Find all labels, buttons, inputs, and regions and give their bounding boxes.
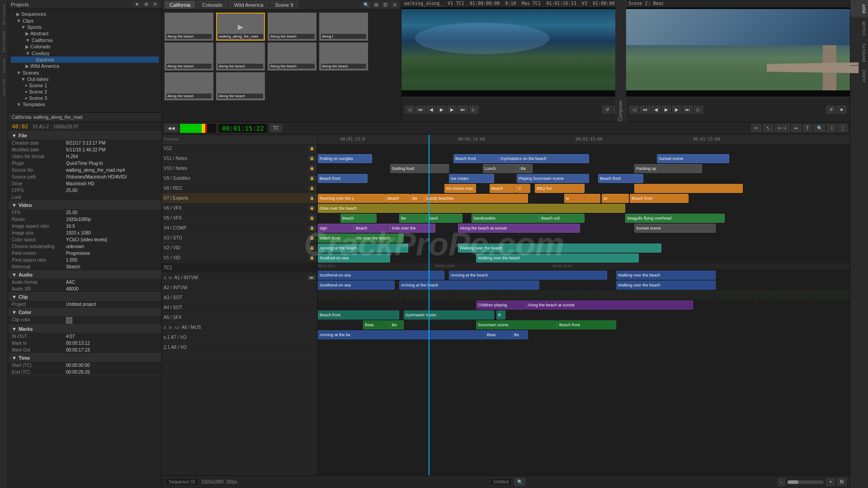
clip-sandcastles[interactable]: Sandcastles	[472, 214, 539, 223]
cowboy-folder[interactable]: ▼Cowboy	[11, 50, 159, 56]
audio-tool-tab[interactable]: Audio Tool	[1, 76, 7, 99]
bin-close-btn[interactable]: ✕	[391, 2, 398, 8]
clip-arriving-a2[interactable]: Arriving at the beach	[399, 281, 539, 290]
clip-sign-v4[interactable]: sign	[318, 224, 354, 233]
clip-bbq-fun[interactable]: BBQ fun	[535, 184, 585, 193]
viewer-rewind-btn[interactable]: ⏮	[415, 106, 425, 113]
bin-search-btn[interactable]: 🔍	[362, 2, 371, 8]
clip-beach-front-v7[interactable]: Beach front	[630, 194, 689, 203]
audio-tab[interactable]: AUDIO	[850, 66, 868, 86]
bin-list-btn[interactable]: ☰	[382, 2, 389, 8]
viewer-mark-in-btn[interactable]: ◁	[405, 106, 414, 113]
viewer-r-mark-out-btn[interactable]: ▷	[694, 106, 703, 113]
clip-beach-front-v9[interactable]: Beach front	[318, 174, 368, 183]
clips-folder[interactable]: ▼Clips	[11, 18, 159, 24]
clip-getting-food[interactable]: Getting food	[390, 164, 449, 173]
viewer-r-ffwd-btn[interactable]: ⏭	[683, 106, 693, 113]
viewer-r-play-btn[interactable]: ▶	[662, 106, 671, 113]
thumb-row2-2[interactable]: Along the beach	[216, 42, 266, 70]
clip-orange-long[interactable]	[634, 184, 743, 193]
bin-container-tab[interactable]: Bin Container	[1, 0, 7, 28]
bottom-zoom-in-btn[interactable]: +	[826, 478, 835, 486]
effects-tab[interactable]: EFFECTS	[850, 39, 868, 66]
bin-tab-colorado[interactable]: Colorado	[197, 1, 227, 9]
tl-select-btn[interactable]: ↖	[763, 124, 773, 132]
untitled-label[interactable]: Untitled	[490, 478, 512, 486]
bin-tab-scene9[interactable]: Scene 9	[270, 1, 298, 9]
clip-glow-over-beach[interactable]: Glow over the beach	[318, 204, 625, 213]
clip-arriving-at-be[interactable]: Arriving at the be	[318, 330, 485, 339]
clip-beach-w[interactable]: w	[564, 194, 600, 203]
thumb-row2-1[interactable]: Along the beach	[165, 42, 214, 70]
v4-lock-btn[interactable]: 🔒	[308, 225, 316, 230]
clip-along-beach-sunset-a4[interactable]: Along the beach at sunset	[526, 300, 693, 310]
panel-menu-btn[interactable]: ▼	[133, 1, 141, 7]
timeline-tracks[interactable]: 00:01:13:0 00:01:14:00 00:01:15:00 00:01…	[318, 135, 850, 475]
thumb-row2-5[interactable]: Along the beach	[165, 72, 214, 100]
file-section-header[interactable]: ▼ File	[8, 131, 161, 140]
scenes-folder[interactable]: ▼Scenes	[11, 70, 159, 76]
v5-lock-btn[interactable]: 🔒	[308, 216, 316, 221]
clip-ice-cream[interactable]: Ice cream	[449, 174, 494, 183]
clip-glo-beach[interactable]: Glo over the beach	[354, 234, 404, 243]
viewer-r-step-fwd-btn[interactable]: ▶	[672, 106, 681, 113]
clip-gymnastics-beach[interactable]: Gymnastics on the beach	[499, 154, 589, 163]
clip-beach-v5-1[interactable]: Beach	[340, 214, 377, 223]
bin-grid-btn[interactable]: ⊞	[373, 2, 380, 8]
clip-beach-front-v9b[interactable]: Beach front	[598, 174, 643, 183]
tl-timecode-display[interactable]: 00:01:15:22	[218, 123, 268, 133]
clip-beach-front-v3[interactable]: beach front	[318, 234, 354, 243]
v12-lock-btn[interactable]: 🔒	[308, 146, 316, 151]
clip-sandy-beaches[interactable]: Sandy beaches	[424, 194, 528, 203]
out-takes-folder[interactable]: ▼Out-takes	[11, 76, 159, 82]
thumb-along-t[interactable]: Along t	[319, 13, 369, 41]
clip-kids-over[interactable]: Kids over the	[390, 224, 435, 233]
tl-slip-btn[interactable]: ⇔	[791, 124, 801, 132]
tl-trim-btn[interactable]: ⊢⊣	[775, 124, 789, 132]
v10-lock-btn[interactable]: 🔒	[308, 166, 316, 171]
bottom-zoom-out-btn[interactable]: -	[778, 478, 785, 486]
viewer-ffwd-btn[interactable]: ⏭	[458, 106, 468, 113]
v8-lock-btn[interactable]: 🔒	[308, 186, 316, 191]
viewer-r-rewind-btn[interactable]: ⏮	[640, 106, 650, 113]
time-section-header[interactable]: ▼ Time	[8, 354, 161, 362]
viewer-r-effects-btn[interactable]: ★	[837, 106, 846, 113]
abstract-folder[interactable]: ▶Abstract	[11, 30, 159, 37]
viewer-loop-btn[interactable]: ↺	[603, 106, 612, 113]
v11-lock-btn[interactable]: 🔒	[308, 156, 316, 161]
tl-snap-btn[interactable]: ⌶	[838, 124, 847, 132]
clip-be[interactable]: Be	[519, 164, 533, 173]
clip-beach-v4[interactable]: Beach	[354, 224, 390, 233]
v6-lock-btn[interactable]: 🔒	[308, 206, 316, 211]
clip-walking-over-v1[interactable]: Walking over the beach	[476, 253, 639, 263]
introduction-file[interactable]: Introduction	[11, 108, 159, 108]
clip-beach-front-a5[interactable]: Beach front	[318, 310, 399, 319]
clip-sand-v5[interactable]: Sand	[426, 214, 462, 223]
thumb-along-beach-1[interactable]: Along the beach	[165, 13, 214, 41]
clip-beach-v7[interactable]: Beach	[386, 194, 410, 203]
tl-rewind-btn[interactable]: ◀◀	[165, 124, 178, 132]
clip-beac-a7[interactable]: Beac	[485, 330, 512, 339]
v3-lock-btn[interactable]: 🔒	[308, 235, 316, 240]
clip-walking-a1[interactable]: Walking over the beach	[616, 271, 716, 280]
bottom-fit-btn[interactable]: fit	[837, 478, 846, 486]
color-tab[interactable]: COLOR	[850, 17, 868, 39]
clip-sunset-scene-v4[interactable]: Sunset scene	[634, 224, 716, 233]
thumb-along-beach-2[interactable]: Along the beach	[268, 13, 317, 41]
marks-section-header[interactable]: ▼ Marks	[8, 325, 161, 333]
scene3-folder[interactable]: ▪Scene 3	[11, 95, 159, 101]
clip-be-a6[interactable]: Be	[390, 320, 404, 329]
bin-tab-wild-america[interactable]: Wild America	[229, 1, 268, 9]
panel-close-btn[interactable]: ✕	[151, 1, 159, 7]
clip-ice-cream-man[interactable]: Ice cream man	[444, 184, 476, 193]
clip-beach-front-v11[interactable]: Beach front	[453, 154, 499, 163]
viewer-r-step-back-btn[interactable]: ◀	[651, 106, 660, 113]
clip-suncream-a6[interactable]: Suncream scene	[476, 320, 557, 329]
clip-playing-suncream[interactable]: Playing Suncream scene	[517, 174, 589, 183]
viewer-mark-out-btn[interactable]: ▷	[469, 106, 478, 113]
clip-arriving-a1[interactable]: Arriving at the beach	[449, 271, 607, 280]
scene1-folder[interactable]: ▪Scene 1	[11, 82, 159, 89]
sports-folder[interactable]: ▼Sports	[11, 24, 159, 30]
templates-folder[interactable]: ▼Templates	[11, 101, 159, 108]
viewer-play-btn[interactable]: ▶	[437, 106, 446, 113]
